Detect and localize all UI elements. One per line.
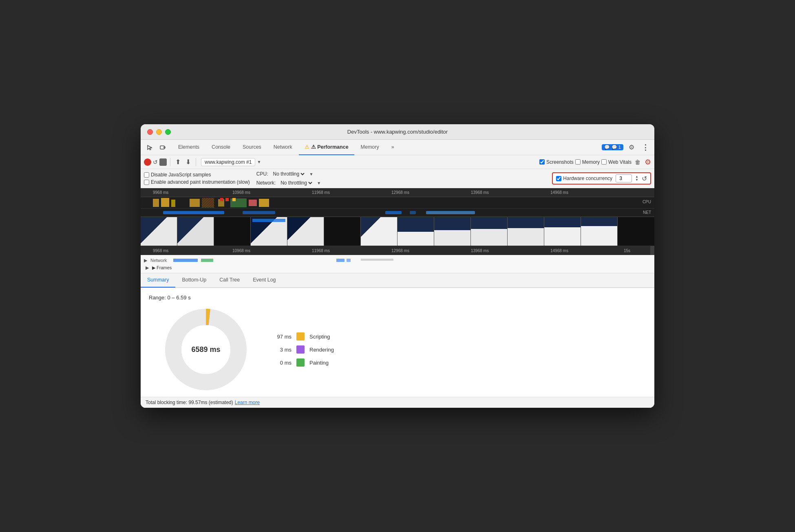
svg-rect-13 xyxy=(232,198,236,201)
filmstrip-frame[interactable] xyxy=(361,217,398,246)
minimize-button[interactable] xyxy=(156,129,162,135)
url-display[interactable]: www.kapwing.com #1 xyxy=(201,158,255,166)
network-dropdown-arrow[interactable]: ▼ xyxy=(317,181,321,185)
url-selector: www.kapwing.com #1 ▼ xyxy=(201,158,261,166)
tab-performance-label: ⚠ Performance xyxy=(311,144,349,150)
disable-js-label[interactable]: Disable JavaScript samples xyxy=(144,172,250,178)
enable-paint-label[interactable]: Enable advanced paint instrumentation (s… xyxy=(144,179,250,185)
svg-rect-23 xyxy=(361,259,393,261)
learn-more-link[interactable]: Learn more xyxy=(235,400,260,405)
filmstrip-frame[interactable] xyxy=(141,217,177,246)
enable-paint-checkbox[interactable] xyxy=(144,180,149,185)
filmstrip-frame[interactable] xyxy=(581,217,618,246)
web-vitals-checkbox-label[interactable]: Web Vitals xyxy=(601,159,632,165)
svg-rect-22 xyxy=(347,259,351,262)
ruler-bottom-6: 14968 ms xyxy=(550,248,568,253)
notification-badge[interactable]: 💬💬 1 xyxy=(602,144,623,150)
tab-console[interactable]: Console xyxy=(206,140,236,155)
settings-gear-icon[interactable]: ⚙ xyxy=(645,158,651,167)
screenshots-checkbox[interactable] xyxy=(539,159,545,165)
more-options-icon[interactable]: ⋮ xyxy=(640,142,651,153)
frames-row: ▶ ▶ Frames xyxy=(144,264,651,271)
filmstrip-frame[interactable] xyxy=(434,217,471,246)
filmstrip-frame[interactable] xyxy=(544,217,581,246)
spinner-down[interactable]: ▼ xyxy=(635,178,638,182)
hw-concurrency-input[interactable] xyxy=(616,174,632,182)
net-chart-svg xyxy=(141,209,630,217)
filmstrip-frame[interactable] xyxy=(214,217,251,246)
download-button[interactable]: ⬇ xyxy=(184,157,192,167)
svg-rect-3 xyxy=(161,198,169,207)
pie-area: 6589 ms 97 ms Scripting 3 ms Rendering xyxy=(149,309,646,390)
filmstrip-frame[interactable] xyxy=(177,217,214,246)
device-icon[interactable] xyxy=(157,142,168,153)
net-label: NET xyxy=(643,210,651,215)
ruler-bottom-7: 15s xyxy=(624,248,630,253)
tab-call-tree[interactable]: Call Tree xyxy=(213,273,246,288)
filmstrip-frame[interactable] xyxy=(324,217,361,246)
memory-checkbox-label[interactable]: Memory xyxy=(575,159,600,165)
hw-spinner[interactable]: ▲ ▼ xyxy=(635,175,638,182)
settings-icon[interactable]: ⚙ xyxy=(626,142,637,153)
memory-checkbox[interactable] xyxy=(575,159,581,165)
svg-rect-12 xyxy=(225,198,229,201)
rendering-ms: 3 ms xyxy=(271,347,292,353)
cpu-throttle-select[interactable]: No throttling xyxy=(271,171,306,177)
maximize-button[interactable] xyxy=(165,129,171,135)
filmstrip-frame[interactable] xyxy=(471,217,508,246)
tab-performance[interactable]: ⚠⚠ Performance xyxy=(299,140,354,155)
hw-concurrency-section: Hardware concurrency ▲ ▼ ↺ xyxy=(552,172,651,185)
ruler-bottom-2: 10968 ms xyxy=(232,248,250,253)
tab-elements[interactable]: Elements xyxy=(172,140,205,155)
svg-rect-2 xyxy=(153,199,159,207)
filmstrip-frame[interactable] xyxy=(287,217,324,246)
devtools-window: DevTools - www.kapwing.com/studio/editor… xyxy=(141,124,654,408)
pie-chart: 6589 ms xyxy=(165,309,247,390)
network-bars-svg xyxy=(173,257,459,263)
scrollbar[interactable] xyxy=(650,246,654,255)
devtools-content: Elements Console Sources Network ⚠⚠ Perf… xyxy=(141,140,654,408)
tab-event-log[interactable]: Event Log xyxy=(246,273,282,288)
tab-summary[interactable]: Summary xyxy=(141,273,175,288)
cpu-throttle-row: CPU: No throttling ▼ xyxy=(256,171,321,177)
tab-more[interactable]: » xyxy=(386,140,400,155)
hw-concurrency-checkbox-label[interactable]: Hardware concurrency xyxy=(556,176,612,181)
rendering-color xyxy=(296,345,305,354)
recording-bar: ↺ ⬆ ⬇ www.kapwing.com #1 ▼ Screenshots M… xyxy=(141,155,654,169)
refresh-icon[interactable]: ↺ xyxy=(153,159,158,165)
hw-concurrency-checkbox[interactable] xyxy=(556,176,561,181)
select-icon[interactable] xyxy=(144,142,155,153)
cpu-dropdown-arrow[interactable]: ▼ xyxy=(309,172,313,176)
network-expand-icon[interactable]: ▶ xyxy=(144,258,147,263)
upload-button[interactable]: ⬆ xyxy=(174,157,182,167)
tab-memory[interactable]: Memory xyxy=(355,140,385,155)
svg-rect-19 xyxy=(173,259,198,262)
web-vitals-checkbox[interactable] xyxy=(601,159,607,165)
network-throttle-select[interactable]: No throttling xyxy=(279,180,314,186)
url-dropdown-arrow[interactable]: ▼ xyxy=(257,160,261,164)
tab-bottom-up[interactable]: Bottom-Up xyxy=(175,273,213,288)
filmstrip-frame[interactable] xyxy=(398,217,434,246)
frames-label: ▶ Frames xyxy=(152,265,172,270)
stop-button[interactable] xyxy=(159,158,167,166)
summary-content: Range: 0 – 6.59 s 6589 ms xyxy=(141,288,654,397)
svg-rect-6 xyxy=(202,198,214,208)
filmstrip-frame[interactable] xyxy=(251,217,287,246)
ruler-mark-1: 9968 ms xyxy=(153,190,168,195)
svg-rect-4 xyxy=(171,200,175,207)
disable-js-checkbox[interactable] xyxy=(144,172,149,178)
tab-network[interactable]: Network xyxy=(268,140,298,155)
svg-rect-20 xyxy=(201,259,213,262)
close-button[interactable] xyxy=(147,129,153,135)
record-button[interactable] xyxy=(144,158,151,166)
filmstrip-frame[interactable] xyxy=(508,217,544,246)
hw-concurrency-label: Hardware concurrency xyxy=(563,176,612,181)
ruler-bottom-3: 11968 ms xyxy=(312,248,330,253)
scripting-color xyxy=(296,332,305,341)
screenshots-checkbox-label[interactable]: Screenshots xyxy=(539,159,574,165)
tab-sources[interactable]: Sources xyxy=(237,140,267,155)
trash-icon[interactable]: 🗑 xyxy=(635,159,640,165)
ruler-mark-2: 10968 ms xyxy=(232,190,250,195)
undo-button[interactable]: ↺ xyxy=(642,175,647,182)
frames-expand-icon[interactable]: ▶ xyxy=(146,265,149,270)
